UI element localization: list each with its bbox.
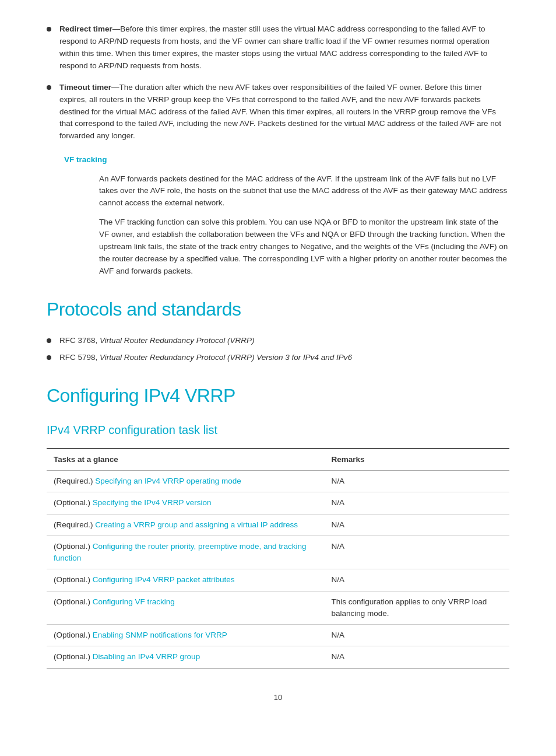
- redirect-timer-label: Redirect timer: [59, 24, 112, 33]
- vf-tracking-para2: The VF tracking function can solve this …: [99, 216, 509, 278]
- table-row: (Optional.) Specifying the IPv4 VRRP ver…: [47, 492, 509, 514]
- bullet-section: Redirect timer—Before this timer expires…: [47, 23, 509, 142]
- task-list-section: IPv4 VRRP configuration task list Tasks …: [47, 421, 509, 668]
- task-link-7[interactable]: Disabling an IPv4 VRRP group: [93, 652, 200, 661]
- task-list-heading: IPv4 VRRP configuration task list: [47, 421, 509, 439]
- timeout-timer-item: Timeout timer—The duration after which t…: [47, 82, 509, 143]
- protocols-heading: Protocols and standards: [47, 295, 509, 323]
- protocols-section: Protocols and standards RFC 3768, Virtua…: [47, 295, 509, 364]
- task-link-5[interactable]: Configuring VF tracking: [93, 597, 175, 606]
- col1-header: Tasks at a glance: [47, 449, 324, 471]
- table-row: (Optional.) Disabling an IPv4 VRRP group…: [47, 646, 509, 668]
- table-row: (Optional.) Enabling SNMP notifications …: [47, 625, 509, 646]
- task-prefix-2: (Required.): [54, 520, 95, 529]
- task-cell-2: (Required.) Creating a VRRP group and as…: [47, 514, 324, 536]
- bullet-dot: [47, 27, 51, 32]
- protocol-item-1: RFC 3768, Virtual Router Redundancy Prot…: [47, 335, 509, 347]
- vf-tracking-indented: VF tracking An AVF forwards packets dest…: [47, 154, 509, 278]
- remarks-cell-5: This configuration applies to only VRRP …: [324, 591, 509, 625]
- protocol-italic-2: Virtual Router Redundancy Protocol (VRRP…: [100, 353, 352, 362]
- vf-tracking-para1: An AVF forwards packets destined for the…: [99, 173, 509, 210]
- task-prefix-1: (Optional.): [54, 498, 93, 507]
- remarks-cell-6: N/A: [324, 625, 509, 646]
- task-cell-7: (Optional.) Disabling an IPv4 VRRP group: [47, 646, 324, 668]
- table-row: (Optional.) Configuring IPv4 VRRP packet…: [47, 569, 509, 591]
- table-header-row: Tasks at a glance Remarks: [47, 449, 509, 471]
- page-number: 10: [47, 692, 509, 704]
- task-prefix-0: (Required.): [54, 477, 95, 485]
- protocol-text-2: RFC 5798, Virtual Router Redundancy Prot…: [59, 352, 509, 364]
- remarks-cell-4: N/A: [324, 569, 509, 591]
- task-cell-5: (Optional.) Configuring VF tracking: [47, 591, 324, 625]
- task-link-0[interactable]: Specifying an IPv4 VRRP operating mode: [95, 477, 241, 485]
- remarks-cell-3: N/A: [324, 536, 509, 569]
- task-link-6[interactable]: Enabling SNMP notifications for VRRP: [93, 631, 227, 639]
- task-link-4[interactable]: Configuring IPv4 VRRP packet attributes: [93, 575, 235, 584]
- task-cell-3: (Optional.) Configuring the router prior…: [47, 536, 324, 569]
- task-prefix-7: (Optional.): [54, 652, 93, 661]
- task-cell-0: (Required.) Specifying an IPv4 VRRP oper…: [47, 471, 324, 492]
- timeout-timer-body: —The duration after which the new AVF ta…: [59, 83, 501, 141]
- task-link-2[interactable]: Creating a VRRP group and assigning a vi…: [95, 520, 298, 529]
- remarks-cell-2: N/A: [324, 514, 509, 536]
- task-prefix-4: (Optional.): [54, 575, 93, 584]
- table-row: (Optional.) Configuring VF trackingThis …: [47, 591, 509, 625]
- protocol-prefix-1: RFC 3768,: [59, 336, 100, 345]
- redirect-timer-body: —Before this timer expires, the master s…: [59, 24, 490, 70]
- task-cell-6: (Optional.) Enabling SNMP notifications …: [47, 625, 324, 646]
- task-table: Tasks at a glance Remarks (Required.) Sp…: [47, 448, 509, 668]
- task-prefix-5: (Optional.): [54, 597, 93, 606]
- col2-header: Remarks: [324, 449, 509, 471]
- protocol-dot-1: [47, 338, 51, 343]
- table-row: (Optional.) Configuring the router prior…: [47, 536, 509, 569]
- remarks-cell-0: N/A: [324, 471, 509, 492]
- table-row: (Required.) Specifying an IPv4 VRRP oper…: [47, 471, 509, 492]
- timeout-timer-text: Timeout timer—The duration after which t…: [59, 82, 509, 143]
- timeout-timer-label: Timeout timer: [59, 83, 111, 92]
- protocols-list: RFC 3768, Virtual Router Redundancy Prot…: [47, 335, 509, 364]
- protocol-dot-2: [47, 355, 51, 360]
- bullet-dot-2: [47, 85, 51, 90]
- vf-tracking-section: VF tracking An AVF forwards packets dest…: [47, 154, 509, 278]
- task-link-1[interactable]: Specifying the IPv4 VRRP version: [93, 498, 212, 507]
- configuring-heading: Configuring IPv4 VRRP: [47, 382, 509, 410]
- task-prefix-3: (Optional.): [54, 542, 93, 551]
- task-cell-1: (Optional.) Specifying the IPv4 VRRP ver…: [47, 492, 324, 514]
- protocol-italic-1: Virtual Router Redundancy Protocol (VRRP…: [100, 336, 254, 345]
- redirect-timer-text: Redirect timer—Before this timer expires…: [59, 23, 509, 72]
- remarks-cell-1: N/A: [324, 492, 509, 514]
- protocol-item-2: RFC 5798, Virtual Router Redundancy Prot…: [47, 352, 509, 364]
- protocol-text-1: RFC 3768, Virtual Router Redundancy Prot…: [59, 335, 509, 347]
- table-row: (Required.) Creating a VRRP group and as…: [47, 514, 509, 536]
- vf-tracking-body: An AVF forwards packets destined for the…: [64, 173, 509, 278]
- vf-tracking-heading: VF tracking: [64, 154, 509, 166]
- remarks-cell-7: N/A: [324, 646, 509, 668]
- configuring-section: Configuring IPv4 VRRP: [47, 382, 509, 410]
- protocol-prefix-2: RFC 5798,: [59, 353, 100, 362]
- redirect-timer-item: Redirect timer—Before this timer expires…: [47, 23, 509, 72]
- task-cell-4: (Optional.) Configuring IPv4 VRRP packet…: [47, 569, 324, 591]
- task-prefix-6: (Optional.): [54, 631, 93, 639]
